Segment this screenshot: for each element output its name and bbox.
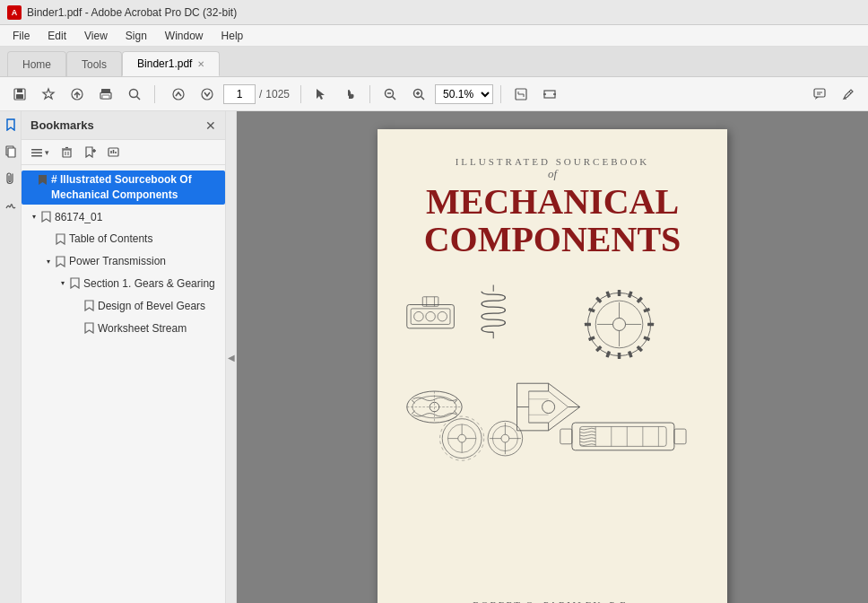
save-button[interactable] (7, 82, 32, 107)
bookmarks-panel: Bookmarks ✕ ▾ (22, 111, 226, 603)
bookmark-root: # Illustrated Sourcebook Of Mechanical C… (22, 169, 225, 206)
panel-toolbar: ▾ (22, 140, 225, 165)
svg-rect-96 (580, 426, 666, 446)
menu-bar: File Edit View Sign Window Help (0, 25, 868, 47)
comment-button[interactable] (807, 82, 832, 107)
panel-collapse-handle[interactable]: ◀ (226, 111, 237, 603)
search-button[interactable] (122, 82, 147, 107)
menu-file[interactable]: File (4, 28, 39, 44)
print-button[interactable] (93, 82, 118, 107)
svg-line-16 (393, 96, 396, 100)
signature-panel-icon[interactable] (1, 196, 21, 215)
menu-sign[interactable]: Sign (117, 28, 156, 44)
tab-tools[interactable]: Tools (66, 51, 122, 76)
bookmark-worksheet-row[interactable]: Worksheet Stream (22, 319, 225, 338)
menu-icon (30, 146, 43, 159)
hand-tool-button[interactable] (337, 82, 362, 107)
cover-author: Robert O. Parmley, P.E. (473, 594, 631, 603)
bookmark-design-label: Design of Bevel Gears (98, 299, 221, 314)
panel-header: Bookmarks ✕ (22, 111, 225, 140)
menu-view[interactable]: View (75, 28, 117, 44)
pen-icon (841, 87, 855, 101)
tab-binder[interactable]: Binder1.pdf ✕ (122, 51, 220, 76)
toolbar-separator-3 (369, 85, 370, 103)
prev-page-button[interactable] (166, 82, 191, 107)
svg-line-10 (137, 96, 141, 100)
svg-rect-98 (674, 429, 686, 444)
zoom-in-button[interactable] (406, 82, 431, 107)
svg-line-19 (421, 96, 425, 100)
svg-rect-36 (31, 155, 42, 157)
delete-bookmark-button[interactable] (56, 143, 76, 162)
menu-help[interactable]: Help (213, 28, 253, 44)
svg-marker-3 (43, 89, 54, 99)
fit-width-button[interactable] (537, 82, 562, 107)
svg-marker-13 (317, 89, 325, 100)
properties-icon (108, 146, 119, 158)
fit-page-button[interactable] (508, 82, 534, 107)
next-page-button[interactable] (195, 82, 220, 107)
fit-page-icon (514, 87, 528, 101)
bookmark-design-row[interactable]: Design of Bevel Gears (22, 297, 225, 316)
bookmark-power-row[interactable]: ▾ Power Transmission (22, 252, 225, 271)
bookmark-root-row[interactable]: # Illustrated Sourcebook Of Mechanical C… (22, 170, 225, 205)
bookmark-root-label: # Illustrated Sourcebook Of Mechanical C… (51, 172, 221, 203)
new-bookmark-icon (84, 146, 96, 158)
bookmark-options-dropdown[interactable]: ▾ (27, 144, 53, 161)
svg-rect-14 (348, 90, 350, 96)
cover-illustration (399, 266, 706, 517)
bookmark-86174: ▾ 86174_01 (22, 206, 225, 229)
bookmark-icon-worksheet (82, 322, 95, 335)
expand-icon-section1: ▾ (57, 278, 68, 289)
panel-close-button[interactable]: ✕ (205, 118, 216, 133)
upload-button[interactable] (65, 82, 90, 107)
svg-point-12 (202, 89, 213, 100)
add-bookmark-button[interactable] (36, 82, 61, 107)
menu-window[interactable]: Window (156, 28, 213, 44)
zoom-select[interactable]: 50.1% 25% 50% 75% 100% 125% 150% 200% (435, 84, 493, 104)
down-arrow-icon (201, 88, 213, 100)
svg-point-9 (130, 89, 138, 97)
expand-icon-worksheet (72, 323, 82, 334)
svg-rect-61 (618, 290, 621, 296)
bookmark-section1-row[interactable]: ▾ Section 1. Gears & Gearing (22, 275, 225, 293)
pen-button[interactable] (836, 82, 861, 107)
fit-width-icon (542, 87, 557, 101)
tab-close-icon[interactable]: ✕ (197, 59, 204, 69)
page-number-input[interactable] (223, 84, 256, 104)
new-bookmark-button[interactable] (80, 143, 100, 162)
app-icon: A (7, 5, 22, 20)
attachment-panel-icon[interactable] (1, 169, 21, 188)
svg-point-86 (542, 401, 555, 414)
bookmark-worksheet-label: Worksheet Stream (98, 321, 221, 336)
bookmark-panel-icon[interactable] (1, 115, 21, 135)
bookmark-icon-root (36, 173, 48, 186)
select-tool-button[interactable] (308, 82, 334, 107)
zoom-out-button[interactable] (378, 82, 403, 107)
svg-rect-49 (411, 309, 450, 325)
bookmark-86174-row[interactable]: ▾ 86174_01 (22, 208, 225, 227)
up-arrow-icon (172, 88, 185, 100)
bookmark-86174-label: 86174_01 (55, 210, 221, 225)
toolbar-separator-4 (500, 85, 501, 103)
bookmark-icon-86174 (39, 211, 52, 223)
svg-rect-33 (8, 148, 15, 157)
bookmark-icon-toc (54, 232, 66, 245)
svg-rect-1 (17, 89, 22, 92)
svg-rect-63 (585, 323, 591, 327)
svg-line-30 (849, 92, 851, 93)
tab-home[interactable]: Home (7, 51, 66, 76)
properties-button[interactable] (103, 143, 123, 162)
pages-panel-icon[interactable] (1, 142, 21, 162)
svg-rect-2 (16, 94, 23, 99)
zoom-out-icon (383, 87, 397, 101)
bookmark-star-icon (41, 87, 56, 101)
menu-edit[interactable]: Edit (39, 28, 75, 44)
svg-rect-62 (618, 353, 621, 359)
bookmark-worksheet: Worksheet Stream (22, 318, 225, 340)
page-total-label: / (259, 88, 262, 100)
bookmark-toc-row[interactable]: Table of Contents (22, 230, 225, 249)
svg-point-51 (426, 311, 436, 321)
svg-rect-35 (31, 152, 42, 153)
expand-icon-root (25, 174, 36, 185)
